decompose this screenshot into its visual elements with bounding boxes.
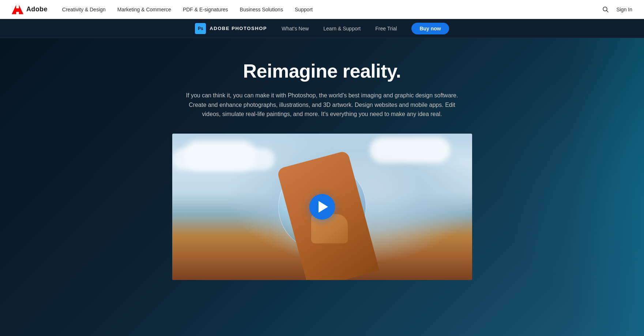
buy-now-button[interactable]: Buy now	[411, 23, 449, 34]
product-navigation: Ps ADOBE PHOTOSHOP What's New Learn & Su…	[0, 19, 644, 38]
search-icon	[602, 6, 609, 13]
hero-glow-decoration	[571, 38, 644, 336]
top-nav-right: Sign In	[602, 6, 632, 13]
cloud-decoration-2	[172, 148, 275, 170]
nav-link-business-solutions[interactable]: Business Solutions	[240, 7, 283, 12]
hero-title: Reimagine reality.	[243, 60, 401, 82]
hero-video[interactable]	[172, 134, 472, 280]
product-logo-area[interactable]: Ps ADOBE PHOTOSHOP	[195, 23, 267, 34]
adobe-brand-name: Adobe	[26, 5, 48, 13]
search-button[interactable]	[602, 6, 609, 13]
svg-line-1	[607, 10, 609, 12]
product-name: ADOBE PHOTOSHOP	[210, 26, 267, 31]
adobe-logo-icon	[12, 5, 23, 14]
product-nav-free-trial[interactable]: Free Trial	[375, 26, 397, 31]
adobe-logo-area[interactable]: Adobe	[12, 5, 48, 14]
top-nav-links: Creativity & Design Marketing & Commerce…	[62, 7, 603, 12]
nav-link-pdf-esignatures[interactable]: PDF & E-signatures	[183, 7, 228, 12]
photoshop-icon: Ps	[195, 23, 206, 34]
play-icon	[319, 201, 328, 213]
play-button[interactable]	[309, 194, 335, 220]
product-nav-whats-new[interactable]: What's New	[282, 26, 309, 31]
hero-subtitle: If you can think it, you can make it wit…	[180, 91, 465, 119]
nav-link-marketing-commerce[interactable]: Marketing & Commerce	[117, 7, 171, 12]
nav-link-creativity-design[interactable]: Creativity & Design	[62, 7, 106, 12]
hero-section: Reimagine reality. If you can think it, …	[0, 38, 644, 336]
nav-link-support[interactable]: Support	[295, 7, 313, 12]
sign-in-link[interactable]: Sign In	[616, 7, 632, 12]
cloud-decoration-3	[370, 137, 450, 163]
product-nav-learn-support[interactable]: Learn & Support	[323, 26, 361, 31]
top-navigation: Adobe Creativity & Design Marketing & Co…	[0, 0, 644, 19]
